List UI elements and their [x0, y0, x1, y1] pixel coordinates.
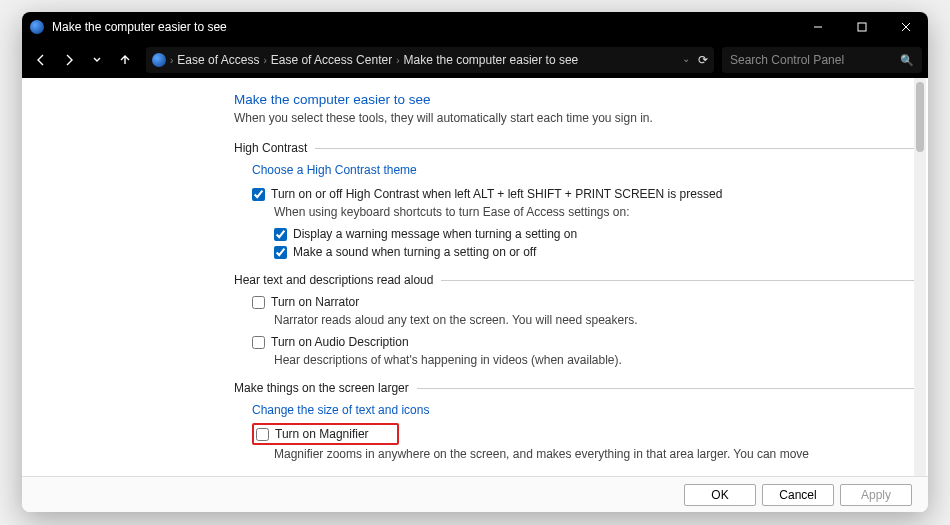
history-dropdown-icon[interactable]: ⌄	[682, 53, 690, 67]
cancel-button[interactable]: Cancel	[762, 484, 834, 506]
vertical-scrollbar[interactable]	[914, 78, 926, 476]
search-box[interactable]: Search Control Panel 🔍	[722, 47, 922, 73]
desc-magnifier: Magnifier zooms in anywhere on the scree…	[274, 447, 914, 461]
control-panel-icon	[152, 53, 166, 67]
highlight-magnifier: Turn on Magnifier	[252, 423, 399, 445]
link-choose-high-contrast[interactable]: Choose a High Contrast theme	[252, 163, 417, 177]
titlebar: Make the computer easier to see	[22, 12, 928, 42]
checkbox-audio-description[interactable]: Turn on Audio Description	[252, 335, 914, 349]
search-placeholder: Search Control Panel	[730, 53, 844, 67]
control-panel-icon	[30, 20, 44, 34]
note-kb-shortcuts: When using keyboard shortcuts to turn Ea…	[274, 205, 914, 219]
checkbox-magnifier[interactable]	[256, 428, 269, 441]
checkbox-narrator[interactable]: Turn on Narrator	[252, 295, 914, 309]
breadcrumb-middle[interactable]: Ease of Access Center	[271, 53, 392, 67]
content-pane: Make the computer easier to see When you…	[22, 78, 914, 476]
scrollbar-thumb[interactable]	[916, 82, 924, 152]
back-button[interactable]	[28, 47, 54, 73]
dialog-footer: OK Cancel Apply	[22, 476, 928, 512]
page-heading: Make the computer easier to see	[234, 92, 914, 107]
checkbox-warning-message[interactable]: Display a warning message when turning a…	[274, 227, 914, 241]
breadcrumb-leaf[interactable]: Make the computer easier to see	[403, 53, 578, 67]
desc-narrator: Narrator reads aloud any text on the scr…	[274, 313, 914, 327]
section-larger: Make things on the screen larger	[234, 381, 914, 395]
close-button[interactable]	[884, 12, 928, 42]
up-button[interactable]	[112, 47, 138, 73]
maximize-button[interactable]	[840, 12, 884, 42]
address-bar[interactable]: › Ease of Access › Ease of Access Center…	[146, 47, 714, 73]
apply-button[interactable]: Apply	[840, 484, 912, 506]
checkbox-high-contrast-toggle[interactable]: Turn on or off High Contrast when left A…	[252, 187, 914, 201]
svg-rect-1	[858, 23, 866, 31]
minimize-button[interactable]	[796, 12, 840, 42]
checkbox-make-sound[interactable]: Make a sound when turning a setting on o…	[274, 245, 914, 259]
control-panel-window: Make the computer easier to see › Ease o…	[22, 12, 928, 512]
forward-button[interactable]	[56, 47, 82, 73]
desc-audio: Hear descriptions of what's happening in…	[274, 353, 914, 367]
ok-button[interactable]: OK	[684, 484, 756, 506]
page-subtitle: When you select these tools, they will a…	[234, 111, 914, 125]
nav-toolbar: › Ease of Access › Ease of Access Center…	[22, 42, 928, 78]
refresh-icon[interactable]: ⟳	[698, 53, 708, 67]
search-icon: 🔍	[900, 54, 914, 67]
link-change-text-size[interactable]: Change the size of text and icons	[252, 403, 429, 417]
breadcrumb-root[interactable]: Ease of Access	[177, 53, 259, 67]
window-title: Make the computer easier to see	[52, 20, 227, 34]
recent-dropdown[interactable]	[84, 47, 110, 73]
section-high-contrast: High Contrast	[234, 141, 914, 155]
section-read-aloud: Hear text and descriptions read aloud	[234, 273, 914, 287]
